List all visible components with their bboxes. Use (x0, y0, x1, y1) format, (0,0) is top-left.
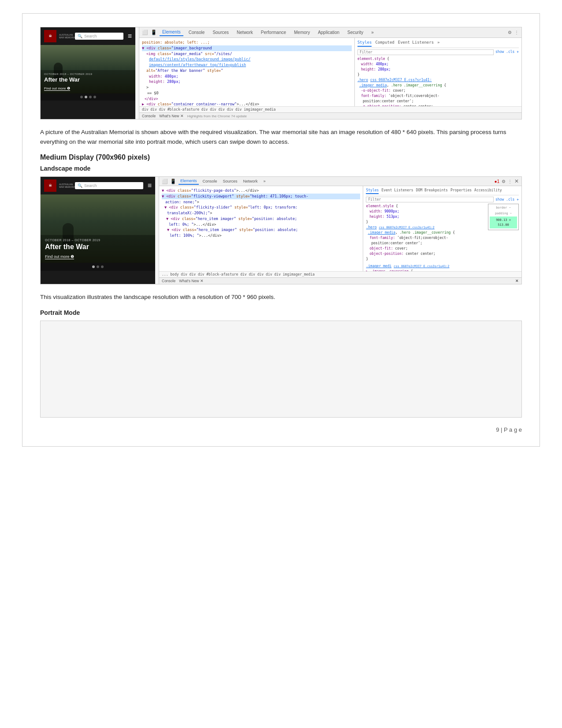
devtools-toolbar-1: ⬜ 📱 Elements Console Sources Network Per… (139, 27, 521, 38)
logo-icon-2: 🏛 (49, 184, 52, 187)
code-line-11: </div> (142, 96, 352, 102)
code2-line-6: ▼ <div class="hero_item imager" style="p… (162, 216, 360, 222)
whats-new-tab-1[interactable]: What's New ✕ (159, 114, 183, 118)
dots-row-2 (41, 263, 155, 271)
code2-line-5: translateX(-200%);"> (162, 210, 360, 216)
right-panels-2: element.style { width: 9000px; height: 5… (366, 204, 519, 262)
website-preview-2: 🏛 AUSTRALIANWAR MEMORIAL 🔍 Search ≡ OCTO… (41, 177, 155, 284)
code2-line-1: ▼ <div class="flickity-page-dots">...</d… (162, 188, 360, 194)
devtools-body-1: position: absolute; left: ...; ▼ <div cl… (139, 38, 521, 106)
screenshot-block-2: 🏛 AUSTRALIANWAR MEMORIAL 🔍 Search ≡ OCTO… (40, 176, 522, 284)
logo-1: 🏛 (44, 30, 56, 42)
show-cls-btn-1[interactable]: show .cls + (495, 49, 519, 55)
styles-tab-more-1[interactable]: » (437, 40, 439, 47)
hero-link-2[interactable]: Find out more ❶ (45, 254, 74, 259)
website-preview-1: 🏛 AUSTRALIANWAR MEMORIAL 🔍 Search ≡ OCTO… (41, 27, 135, 119)
styles-header-row-2: Styles Event Listeners DOM Breakpoints P… (366, 188, 519, 195)
tab-network-2[interactable]: Network (242, 178, 260, 184)
website-nav-2: 🏛 AUSTRALIANWAR MEMORIAL 🔍 Search ≡ (41, 177, 155, 194)
tab-more-1[interactable]: » (368, 29, 376, 36)
hero-title-2: After the War (45, 243, 151, 251)
site-title-2: AUSTRALIANWAR MEMORIAL (59, 183, 77, 188)
code2-line-7: left: 0%; ">...</div> (162, 222, 360, 228)
console-bar-2: Console What's New ✕ ✕ (159, 277, 521, 284)
close-icon-2[interactable]: ✕ (515, 279, 519, 283)
styles-tab-dom-2[interactable]: DOM Breakpoints (416, 188, 448, 194)
code-line-7: width: 480px; (142, 74, 352, 79)
code-line-8: height: 280px; (142, 79, 352, 85)
styles-tab-props-2[interactable]: Properties (450, 188, 472, 194)
styles-tab-styles-1[interactable]: Styles (357, 40, 372, 47)
devtools-settings-1[interactable]: ⚙ (508, 30, 512, 35)
hero-overlay-1: OCTOBER 2018 – OCTOBER 2019 After the Wa… (41, 70, 135, 93)
dot-1 (80, 96, 83, 98)
tab-more-2[interactable]: » (262, 178, 268, 184)
size-box: 900.13 × 513.00 (490, 217, 517, 228)
devtools-code-2: ▼ <div class="flickity-page-dots">...</d… (159, 186, 363, 271)
code-line-3: <img class="imager_media" src="/sites/ (142, 51, 352, 57)
dot-4 (93, 96, 96, 98)
tab-elements-2[interactable]: Elements (179, 178, 199, 185)
filter-row-2: show .cls + (366, 197, 519, 202)
devtools-panel-1: ⬜ 📱 Elements Console Sources Network Per… (139, 27, 521, 119)
code2-s10: object-position: center center; (366, 251, 485, 257)
tab-elements-1[interactable]: Elements (160, 29, 183, 36)
hero-date-2: OCTOBER 2018 – OCTOBER 2019 (45, 239, 151, 242)
devtools-inspect-icon[interactable]: ⬜ (142, 30, 148, 35)
devtools-mobile-icon[interactable]: 📱 (151, 30, 157, 35)
filter-input-2[interactable] (366, 197, 494, 202)
devtools-settings-2[interactable]: ⚙ (502, 179, 506, 184)
hero-link-1[interactable]: Find out more ❶ (44, 86, 70, 91)
styles-tab-acc-2[interactable]: Accessibility (474, 188, 502, 194)
code-line-10: == $0 (142, 90, 352, 96)
code2-line-2: ▼ <div class="flickity-viewport" style="… (162, 194, 360, 199)
hamburger-1[interactable]: ≡ (126, 32, 132, 40)
styles-tab-computed-1[interactable]: Computed (375, 40, 394, 47)
section1-heading: Medium Display (700x960 pixels) (40, 153, 522, 161)
tab-memory-1[interactable]: Memory (291, 29, 313, 36)
hero-date-1: OCTOBER 2018 – OCTOBER 2019 (44, 73, 132, 75)
devtools-mobile-icon-2[interactable]: 📱 (170, 179, 176, 184)
show-cls-btn-2[interactable]: show .cls + (495, 197, 519, 202)
devtools-inspect-icon-2[interactable]: ⬜ (162, 179, 168, 184)
whats-new-tab-2[interactable]: What's New ✕ (179, 279, 203, 283)
tab-sources-1[interactable]: Sources (210, 29, 231, 36)
tab-console-2[interactable]: Console (201, 178, 219, 184)
devtools-more-1[interactable]: ⋮ (514, 30, 519, 35)
code-line-1: position: absolute; left: ...; (142, 40, 352, 45)
code2-s5: .hero css_0607e2cM3I7_E.css3sr1u41:2 (366, 225, 485, 230)
code-line-12: ▶ <div class="container container--narro… (142, 101, 352, 106)
code2-line-4: ▼ <div class="flickity-slider" style="le… (162, 205, 360, 210)
code2-line-9: left: 100%; ">...</div> (162, 233, 360, 239)
styles-more-2: .imager_medi css_0607e2cM3I7_E.css3sr1u4… (366, 264, 519, 271)
console-tab-2[interactable]: Console (162, 279, 175, 283)
code-line-6: alt="After the War banner" style=" (142, 68, 352, 74)
highlights-text-1: Highlights from the Chrome 74 update (187, 114, 247, 118)
styles-tab-event-2[interactable]: Event Listeners (381, 188, 413, 194)
tab-sources-2[interactable]: Sources (221, 178, 239, 184)
styles-tab-styles-2[interactable]: Styles (366, 188, 379, 194)
search-bar-2[interactable]: 🔍 Search (75, 182, 143, 189)
hamburger-2[interactable]: ≡ (146, 182, 152, 190)
tab-performance-1[interactable]: Performance (258, 29, 289, 36)
tab-console-1[interactable]: Console (186, 29, 208, 36)
devtools-close-2[interactable]: ✕ (514, 178, 519, 184)
tab-application-1[interactable]: Application (315, 29, 342, 36)
filter-input-1[interactable] (357, 49, 494, 55)
code2-s7: font-family: 'object-fit;coverobject- (366, 235, 485, 241)
code2-line-8: ▼ <div class="hero_item imager" style="p… (162, 227, 360, 233)
intro-text: A picture of the Australian Memorial is … (40, 127, 522, 146)
tab-security-1[interactable]: Security (345, 29, 366, 36)
search-bar-1[interactable]: 🔍 Search (75, 33, 123, 40)
hero-overlay-2: OCTOBER 2018 – OCTOBER 2019 After the Wa… (41, 235, 155, 263)
devtools-panel-2: ⬜ 📱 Elements Console Sources Network » ●… (159, 177, 521, 284)
padding-label: padding − (490, 211, 517, 216)
dot-2 (85, 96, 87, 98)
hero-image-2: OCTOBER 2018 – OCTOBER 2019 After the Wa… (41, 194, 155, 263)
devtools-body-2: ▼ <div class="flickity-page-dots">...</d… (159, 186, 521, 271)
devtools-more-2[interactable]: ⋮ (508, 179, 512, 184)
tab-network-1[interactable]: Network (234, 29, 256, 36)
dimension-box-area: border − padding − 900.13 × 513.00 (488, 204, 519, 262)
styles-tab-event-1[interactable]: Event Listeners (398, 40, 434, 47)
console-tab-1[interactable]: Console (142, 114, 156, 118)
